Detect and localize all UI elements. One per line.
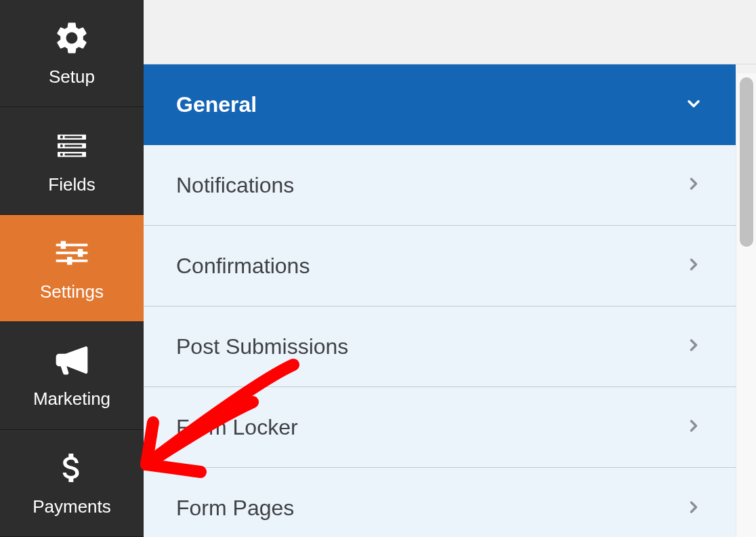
svg-rect-13: [78, 249, 83, 257]
svg-rect-8: [65, 153, 83, 155]
sidebar-item-label: Settings: [40, 281, 104, 302]
chevron-right-icon: [684, 174, 703, 196]
svg-rect-6: [65, 136, 83, 138]
svg-rect-7: [65, 144, 83, 146]
sidebar-item-setup[interactable]: Setup: [0, 0, 144, 107]
gear-icon: [53, 19, 91, 57]
list-icon: [53, 127, 91, 165]
sidebar-item-label: Payments: [33, 496, 111, 517]
chevron-right-icon: [684, 255, 703, 277]
top-bar: [144, 0, 756, 64]
panel-row-label: General: [176, 92, 257, 117]
settings-row-form-pages[interactable]: Form Pages: [144, 468, 736, 537]
panel-row-label: Confirmations: [176, 254, 310, 279]
svg-point-4: [60, 144, 63, 146]
settings-row-form-locker[interactable]: Form Locker: [144, 387, 736, 468]
sidebar-item-marketing[interactable]: Marketing: [0, 322, 144, 429]
chevron-right-icon: [684, 336, 703, 357]
bullhorn-icon: [53, 341, 91, 379]
scrollbar-track[interactable]: [736, 73, 756, 537]
sidebar: Setup Fields Settings Marketing Payments: [0, 0, 144, 537]
panel-row-label: Form Locker: [176, 415, 298, 440]
sidebar-item-settings[interactable]: Settings: [0, 215, 144, 322]
sidebar-item-payments[interactable]: Payments: [0, 430, 144, 537]
sliders-icon: [53, 234, 91, 272]
chevron-right-icon: [684, 416, 703, 438]
sidebar-item-label: Fields: [48, 174, 95, 195]
panel-row-label: Notifications: [176, 173, 294, 198]
settings-row-notifications[interactable]: Notifications: [144, 145, 736, 226]
settings-row-general[interactable]: General: [144, 64, 736, 145]
chevron-down-icon: [684, 94, 703, 116]
panel-row-label: Post Submissions: [176, 334, 348, 359]
settings-panel-scroll: General Notifications Confirmations: [144, 64, 736, 537]
svg-rect-9: [56, 243, 88, 246]
scrollbar-thumb[interactable]: [740, 77, 753, 247]
settings-panel: General Notifications Confirmations: [144, 64, 736, 537]
svg-rect-14: [67, 257, 72, 265]
svg-rect-12: [61, 241, 66, 249]
svg-point-3: [60, 136, 63, 138]
sidebar-item-fields[interactable]: Fields: [0, 107, 144, 214]
settings-row-confirmations[interactable]: Confirmations: [144, 226, 736, 306]
sidebar-item-label: Setup: [49, 66, 95, 87]
panel-row-label: Form Pages: [176, 496, 294, 521]
dollar-icon: [53, 449, 91, 487]
svg-point-5: [60, 153, 63, 155]
main-content: General Notifications Confirmations: [144, 0, 756, 537]
sidebar-item-label: Marketing: [33, 389, 110, 410]
settings-row-post-submissions[interactable]: Post Submissions: [144, 306, 736, 387]
chevron-right-icon: [684, 498, 703, 519]
